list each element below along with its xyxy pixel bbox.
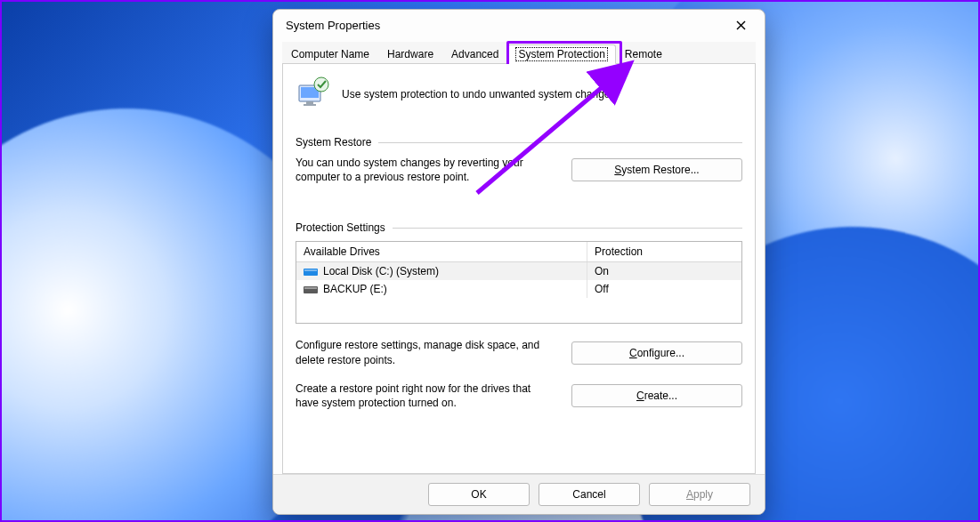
svg-rect-10: [304, 287, 317, 289]
group-protection-settings: Protection Settings Available Drives Pro…: [296, 221, 742, 410]
window-title: System Properties: [286, 19, 380, 32]
tab-system-protection[interactable]: System Protection: [507, 44, 615, 64]
system-restore-text: You can undo system changes by reverting…: [296, 156, 554, 184]
drive-status: Off: [587, 280, 741, 298]
svg-rect-8: [304, 269, 317, 271]
drives-header-name: Available Drives: [296, 242, 587, 261]
close-button[interactable]: [725, 12, 756, 37]
titlebar: System Properties: [273, 10, 765, 40]
svg-rect-4: [306, 101, 313, 104]
svg-rect-5: [304, 104, 316, 106]
tab-remote[interactable]: Remote: [616, 44, 671, 63]
tab-hardware[interactable]: Hardware: [378, 44, 442, 63]
tabstrip: Computer Name Hardware Advanced System P…: [282, 42, 756, 64]
drive-icon: [304, 284, 318, 294]
group-title-protection-settings: Protection Settings: [296, 221, 385, 234]
dialog-footer: OK Cancel Apply: [273, 474, 765, 514]
drives-header-status: Protection: [587, 242, 741, 261]
group-title-system-restore: System Restore: [296, 136, 371, 149]
tab-advanced[interactable]: Advanced: [442, 44, 507, 63]
create-button[interactable]: Create...: [571, 384, 742, 407]
tab-panel: Use system protection to undo unwanted s…: [282, 64, 756, 474]
close-icon: [736, 20, 746, 30]
intro-row: Use system protection to undo unwanted s…: [296, 75, 742, 113]
apply-button[interactable]: Apply: [649, 483, 750, 506]
svg-point-6: [314, 77, 328, 92]
configure-button[interactable]: Configure...: [571, 341, 742, 365]
group-system-restore: System Restore You can undo system chang…: [296, 136, 742, 184]
system-restore-button[interactable]: System Restore...: [571, 158, 742, 181]
table-row[interactable]: Local Disk (C:) (System)On: [296, 262, 741, 280]
tab-computer-name[interactable]: Computer Name: [282, 44, 378, 63]
drive-name: BACKUP (E:): [323, 283, 387, 295]
system-properties-dialog: System Properties Computer Name Hardware…: [272, 9, 765, 515]
drive-name: Local Disk (C:) (System): [323, 265, 439, 277]
cancel-button[interactable]: Cancel: [539, 483, 640, 506]
drive-status: On: [587, 262, 741, 280]
system-protection-icon: [296, 75, 331, 113]
drives-table[interactable]: Available Drives Protection Local Disk (…: [296, 241, 742, 324]
drive-icon: [304, 266, 318, 277]
table-row[interactable]: BACKUP (E:)Off: [296, 280, 741, 298]
configure-text: Configure restore settings, manage disk …: [296, 338, 554, 366]
ok-button[interactable]: OK: [428, 483, 530, 506]
intro-text: Use system protection to undo unwanted s…: [342, 88, 619, 100]
create-text: Create a restore point right now for the…: [296, 381, 554, 410]
